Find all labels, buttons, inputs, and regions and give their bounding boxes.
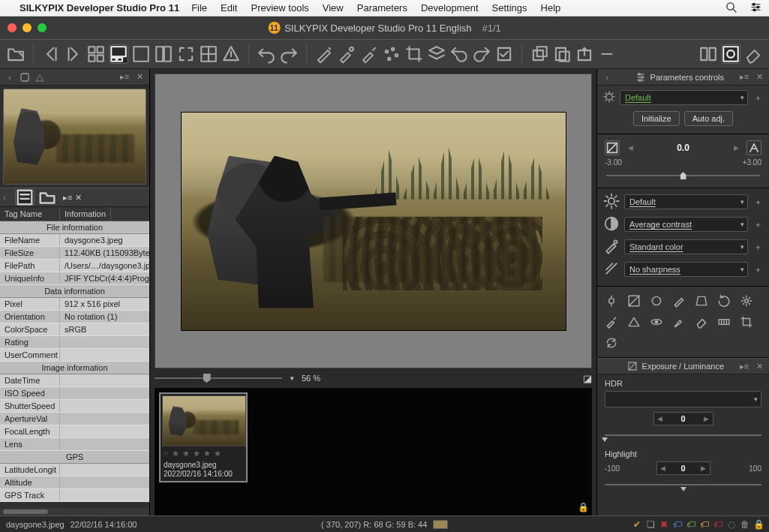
prev-button[interactable] bbox=[41, 44, 61, 64]
tool-fisheye-icon[interactable] bbox=[650, 315, 663, 329]
rating-star-4[interactable]: ★ bbox=[203, 449, 211, 458]
delete-mark-icon[interactable]: ✖ bbox=[659, 520, 668, 529]
sharpness-select[interactable]: No sharpness▾ bbox=[624, 262, 748, 277]
copy-params-button[interactable] bbox=[530, 44, 549, 64]
rating-star-1[interactable]: ★ bbox=[172, 449, 179, 458]
tool-settings-icon[interactable] bbox=[740, 294, 753, 308]
highlight-slider[interactable] bbox=[605, 478, 761, 491]
compare-button[interactable] bbox=[698, 44, 718, 64]
fullscreen-button[interactable] bbox=[176, 44, 196, 64]
window-zoom-button[interactable] bbox=[38, 23, 47, 32]
rating-clear-icon[interactable]: ○ bbox=[164, 449, 169, 458]
single-view-button[interactable] bbox=[131, 44, 151, 64]
mark-red-icon[interactable]: 🏷 bbox=[713, 520, 722, 529]
reserve-mark-icon[interactable]: ◌ bbox=[727, 520, 736, 529]
exposure-auto-icon[interactable] bbox=[746, 140, 761, 155]
collapse-left-icon[interactable]: ‹ bbox=[5, 72, 15, 83]
auto-adjust-params-button[interactable]: Auto adj. bbox=[684, 111, 733, 126]
tool-erase-icon[interactable] bbox=[695, 315, 708, 329]
sharpness-add-button[interactable]: ＋ bbox=[752, 264, 763, 275]
color-add-button[interactable]: ＋ bbox=[752, 242, 763, 253]
mark-button[interactable] bbox=[494, 44, 514, 64]
crop-button[interactable] bbox=[404, 44, 424, 64]
thumbstrip-lock-icon[interactable]: 🔒 bbox=[578, 502, 589, 512]
mark-green-icon[interactable]: 🏷 bbox=[686, 520, 695, 529]
exposure-decrease-icon[interactable]: ◀ bbox=[624, 141, 636, 155]
zoom-dropdown-icon[interactable]: ▾ bbox=[287, 374, 297, 382]
tool-eyedropper-icon[interactable] bbox=[605, 315, 618, 329]
hdr-select[interactable]: ▾ bbox=[605, 391, 761, 407]
tool-fine-color-icon[interactable] bbox=[672, 294, 686, 308]
menu-development[interactable]: Development bbox=[421, 2, 479, 14]
warning-button[interactable] bbox=[221, 44, 241, 64]
rating-star-2[interactable]: ★ bbox=[182, 449, 190, 458]
menu-edit[interactable]: Edit bbox=[221, 2, 237, 14]
control-center-icon[interactable] bbox=[750, 2, 761, 15]
grid-view-button[interactable] bbox=[86, 44, 106, 64]
menu-settings[interactable]: Settings bbox=[492, 2, 527, 14]
tool-highlight-icon[interactable] bbox=[605, 294, 618, 308]
fit-icon[interactable]: ◪ bbox=[583, 373, 592, 384]
next-button[interactable] bbox=[64, 44, 83, 64]
mark-yellow-icon[interactable]: 🏷 bbox=[700, 520, 709, 529]
spotting-button[interactable] bbox=[337, 44, 356, 64]
hdr-stepper[interactable]: ◀ 0 ▶ bbox=[653, 412, 713, 425]
panel-menu-icon[interactable]: ▸≡ bbox=[119, 72, 130, 83]
tool-perspective-icon[interactable] bbox=[695, 294, 708, 308]
mark-blue-icon[interactable]: 🏷 bbox=[673, 520, 682, 529]
tool-tone-icon[interactable] bbox=[627, 294, 641, 308]
rating-star-3[interactable]: ★ bbox=[193, 449, 200, 458]
layers-button[interactable] bbox=[427, 44, 446, 64]
tool-triangle-icon[interactable] bbox=[627, 315, 641, 329]
rotate-right-button[interactable] bbox=[472, 44, 491, 64]
hdr-decrease-icon[interactable]: ◀ bbox=[654, 413, 666, 425]
copy-mark-icon[interactable]: ❏ bbox=[646, 520, 655, 529]
collapse-info-icon[interactable]: ‹ bbox=[3, 193, 12, 202]
app-name[interactable]: SILKYPIX Developer Studio Pro 11 bbox=[20, 2, 179, 14]
noise-button[interactable] bbox=[382, 44, 401, 64]
split-view-button[interactable] bbox=[154, 44, 173, 64]
info-horizontal-scrollbar[interactable] bbox=[0, 508, 149, 515]
menu-help[interactable]: Help bbox=[541, 2, 561, 14]
preset-add-button[interactable]: ＋ bbox=[752, 92, 763, 104]
combination-view-button[interactable] bbox=[109, 44, 128, 64]
paste-params-button[interactable] bbox=[552, 44, 572, 64]
wb-select[interactable]: Default▾ bbox=[624, 194, 748, 209]
menu-preview-tools[interactable]: Preview tools bbox=[251, 2, 308, 14]
develop-mark-icon[interactable]: ✔ bbox=[632, 520, 641, 529]
color-select[interactable]: Standard color▾ bbox=[624, 239, 748, 254]
navigator-tab-icon[interactable] bbox=[35, 72, 45, 83]
preset-gear-icon[interactable] bbox=[603, 91, 615, 104]
initialize-button[interactable]: Initialize bbox=[633, 111, 680, 126]
trash-mark-icon[interactable]: 🗑 bbox=[740, 520, 749, 529]
hdr-slider[interactable] bbox=[605, 428, 761, 442]
hdr-increase-icon[interactable]: ▶ bbox=[701, 413, 713, 425]
more-button[interactable] bbox=[597, 44, 617, 64]
info-tab-exif[interactable] bbox=[15, 190, 35, 205]
spotlight-icon[interactable] bbox=[725, 2, 737, 15]
tool-refresh-icon[interactable] bbox=[605, 336, 618, 350]
thumbnail-card[interactable]: ○ ★ ★ ★ ★ ★ daysgone3.jpeg 2022/02/16 14… bbox=[159, 392, 248, 482]
exposure-increase-icon[interactable]: ▶ bbox=[730, 141, 742, 155]
eraser-button[interactable] bbox=[743, 44, 763, 64]
highlight-decrease-icon[interactable]: ◀ bbox=[657, 462, 669, 474]
image-viewer[interactable] bbox=[155, 74, 592, 368]
info-panel-menu-icon[interactable]: ▸≡ bbox=[63, 193, 72, 203]
exposure-panel-menu-icon[interactable]: ▸≡ bbox=[739, 361, 749, 371]
rating-star-5[interactable]: ★ bbox=[214, 449, 221, 458]
tool-gradient-icon[interactable] bbox=[717, 315, 731, 329]
params-panel-close-icon[interactable]: ✕ bbox=[754, 72, 764, 83]
undo-button[interactable] bbox=[257, 44, 276, 64]
panel-close-icon[interactable]: ✕ bbox=[134, 72, 145, 83]
menu-file[interactable]: File bbox=[191, 2, 207, 14]
exposure-slider[interactable] bbox=[606, 170, 760, 182]
highlight-increase-icon[interactable]: ▶ bbox=[698, 462, 710, 474]
menu-view[interactable]: View bbox=[323, 2, 344, 14]
auto-adjust-button[interactable] bbox=[314, 44, 334, 64]
lock-mark-icon[interactable]: 🔒 bbox=[754, 520, 763, 529]
thumbnail-tab-icon[interactable] bbox=[20, 72, 30, 83]
rotate-left-button[interactable] bbox=[449, 44, 469, 64]
tool-saturation-icon[interactable] bbox=[650, 294, 663, 308]
open-folder-button[interactable] bbox=[6, 44, 26, 64]
tool-rotate-icon[interactable] bbox=[717, 294, 731, 308]
